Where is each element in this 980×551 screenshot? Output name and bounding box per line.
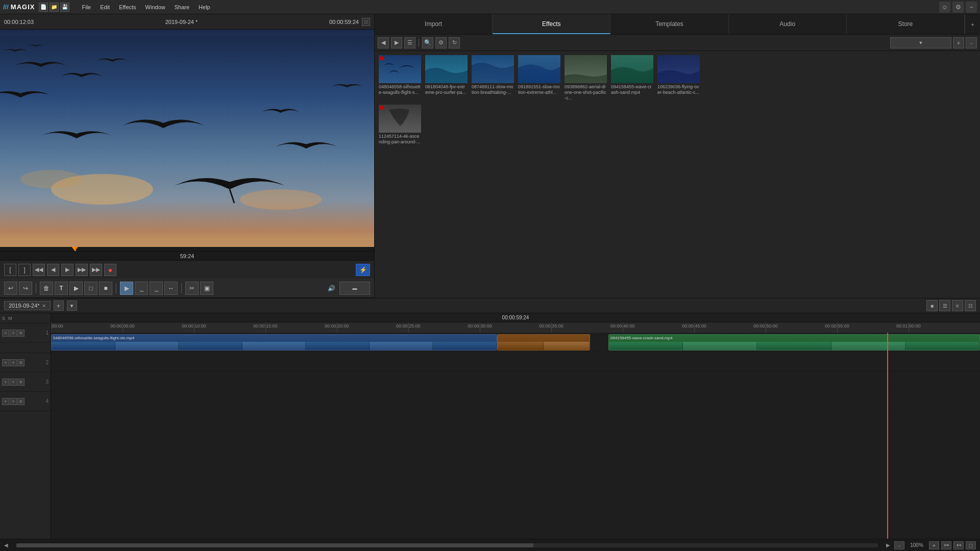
timeline-scrollbar[interactable] — [16, 543, 878, 547]
zoom-expand-button[interactable]: ↦ — [941, 541, 951, 549]
nav-forward-button[interactable]: ▶ — [391, 37, 402, 48]
media-item-8[interactable]: 112457114-4k-ascending-pan-around-... — [379, 105, 421, 145]
panel-zoom-in[interactable]: + — [953, 37, 964, 48]
paste-button[interactable]: ▣ — [200, 282, 213, 295]
track-2-add[interactable]: + — [10, 359, 17, 366]
timeline-dropdown-button[interactable]: ▼ — [67, 300, 77, 311]
timeline-view-1[interactable]: ■ — [926, 300, 938, 311]
timeline-view-3[interactable]: ≡ — [952, 300, 963, 311]
track-3-add[interactable]: + — [10, 379, 17, 386]
open-file-button[interactable]: 📁 — [50, 3, 59, 12]
track-row-3 — [51, 371, 980, 391]
tab-audio[interactable]: Audio — [729, 14, 847, 34]
panel-refresh-button[interactable]: ↻ — [449, 37, 460, 48]
media-item-2[interactable]: 061804048-fpv-extreme-pro-surfer-pa... — [425, 55, 468, 101]
tab-import[interactable]: Import — [375, 14, 493, 34]
redo-button[interactable]: ↪ — [19, 282, 32, 295]
cut-button[interactable]: ✂ — [185, 282, 199, 295]
clip-seagulls[interactable]: 048046558-silhouette-seagulls-flight-slo… — [51, 334, 497, 350]
clip-frame-3 — [179, 342, 242, 350]
media-item-3[interactable]: 087489111-slow-motion-breathtaking-... — [472, 55, 514, 101]
step-back-button[interactable]: ◀ — [47, 264, 59, 276]
track-3-expand[interactable]: + — [2, 379, 9, 386]
status-right-arrow[interactable]: ▶ — [886, 542, 890, 548]
menu-file[interactable]: File — [78, 3, 95, 11]
track-4-expand[interactable]: + — [2, 398, 9, 405]
tab-templates[interactable]: Templates — [610, 14, 728, 34]
timeline-view-4[interactable]: ☷ — [965, 300, 976, 311]
panel-add-button[interactable]: + — [965, 14, 980, 34]
step-forward-button[interactable]: ▶▶ — [76, 264, 88, 276]
skip-to-start-button[interactable]: ◀◀ — [33, 264, 45, 276]
mark-button[interactable]: ▶ — [69, 282, 83, 295]
track-row-4 — [51, 391, 980, 410]
media-item-6[interactable]: 094158455-wave-crash-sand.mp4 — [611, 55, 653, 101]
clip-middle[interactable] — [497, 334, 590, 350]
media-item-1[interactable]: 048046558-silhouette-seagulls-flight-s..… — [379, 55, 421, 101]
panel-settings-button[interactable]: ⚙ — [435, 37, 447, 48]
new-file-button[interactable]: 📄 — [39, 3, 48, 12]
track-1-remove[interactable]: ✕ — [17, 330, 24, 337]
timeline-add-button[interactable]: + — [54, 300, 64, 311]
panel-view-button[interactable]: ☰ — [404, 37, 415, 48]
track-1-add[interactable]: + — [10, 330, 17, 337]
undo-button[interactable]: ↩ — [4, 282, 17, 295]
ruler-tick-9 — [694, 322, 695, 333]
status-left-arrow[interactable]: ◀ — [4, 542, 8, 548]
track-3-remove[interactable]: ✕ — [17, 379, 24, 386]
timeline-tab-close[interactable]: ✕ — [42, 303, 46, 309]
menu-share[interactable]: Share — [170, 3, 193, 11]
play-button[interactable]: ▶ — [61, 264, 74, 276]
master-volume-button[interactable]: ▬ — [339, 282, 370, 295]
select-tool-button[interactable]: ▶ — [120, 282, 133, 295]
panel-zoom-out[interactable]: - — [966, 37, 977, 48]
panel-view-toggle[interactable]: ▼ — [890, 37, 951, 48]
move-tool-button[interactable]: ↔ — [164, 282, 178, 295]
track-1-number: 1 — [45, 330, 48, 336]
account-icon[interactable]: ☺ — [939, 2, 950, 13]
tab-effects[interactable]: Effects — [493, 14, 610, 34]
clip-wave-crash[interactable]: 094158455-wave-crash-sand.mp4 — [608, 334, 980, 350]
minimize-icon[interactable]: − — [966, 2, 977, 13]
media-item-4[interactable]: 091891551-slow-motion-extreme-athl... — [518, 55, 560, 101]
menu-edit[interactable]: Edit — [96, 3, 114, 11]
clip-green-frame-4 — [831, 342, 905, 350]
menu-effects[interactable]: Effects — [115, 3, 140, 11]
trim-tool-button[interactable]: ⎯ — [135, 282, 148, 295]
track-2-remove[interactable]: ✕ — [17, 359, 24, 366]
panel-search-button[interactable]: 🔍 — [422, 37, 433, 48]
settings-icon[interactable]: ⚙ — [952, 2, 964, 13]
fullscreen-button[interactable]: □ — [966, 541, 976, 549]
delete-button[interactable]: 🗑 — [40, 282, 53, 295]
menu-window[interactable]: Window — [141, 3, 169, 11]
zoom-in-button[interactable]: + — [929, 541, 939, 549]
track-4-remove[interactable]: ✕ — [17, 398, 24, 405]
track-2-expand[interactable]: + — [2, 359, 9, 366]
menu-help[interactable]: Help — [194, 3, 214, 11]
zoom-contract-button[interactable]: ↤ — [953, 541, 964, 549]
track-1-expand[interactable]: + — [2, 330, 9, 337]
timeline-tab[interactable]: 2019-09-24* ✕ — [4, 301, 51, 310]
mark-in-button[interactable]: [ — [4, 264, 16, 276]
split-tool-button[interactable]: ⎯ — [150, 282, 163, 295]
media-item-7[interactable]: 106239036-flying-over-beach-atlantic-c..… — [657, 55, 700, 101]
mark-out-button[interactable]: ] — [18, 264, 31, 276]
storyboard-button[interactable]: □ — [84, 282, 97, 295]
nav-back-button[interactable]: ◀ — [378, 37, 389, 48]
preview-scrubber[interactable] — [0, 247, 374, 251]
tab-store[interactable]: Store — [847, 14, 965, 34]
text-button[interactable]: T — [55, 282, 68, 295]
preview-maximize-button[interactable]: □ — [362, 18, 370, 26]
timeline-view-2[interactable]: ☰ — [939, 300, 950, 311]
zoom-out-button[interactable]: - — [894, 541, 904, 549]
special-mode-button[interactable]: ⚡ — [356, 264, 370, 276]
media-item-5[interactable]: 093896862-aerial-drone-one-shot-pacific-… — [565, 55, 607, 101]
clip-green-frame-3 — [757, 342, 831, 350]
track-3-buttons: + + ✕ — [2, 379, 24, 386]
track-4-add[interactable]: + — [10, 398, 17, 405]
snap-button[interactable]: ■ — [99, 282, 112, 295]
record-button[interactable]: ● — [104, 264, 116, 276]
timeline-ruler[interactable]: 00:00,00:00 00:00:05:00 00:00:10:00 00:0… — [51, 322, 980, 333]
save-file-button[interactable]: 💾 — [60, 3, 69, 12]
skip-to-end-button[interactable]: ▶▶ — [90, 264, 102, 276]
